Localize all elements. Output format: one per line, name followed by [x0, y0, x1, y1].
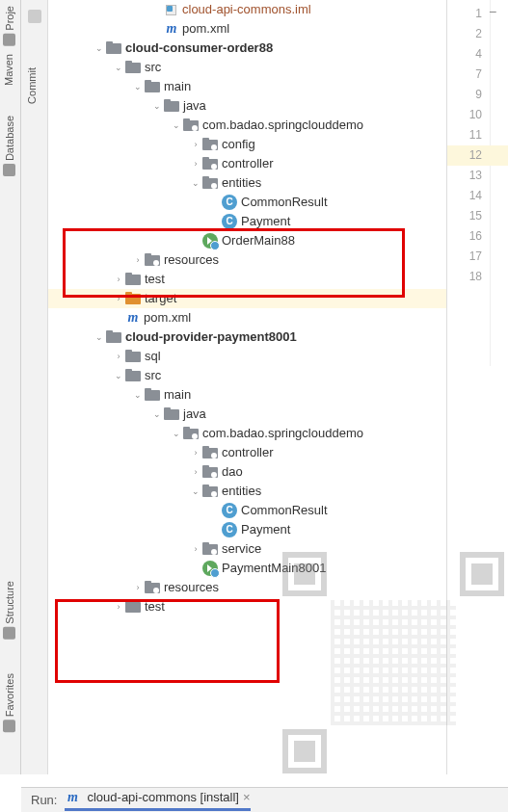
tree-item-label: CommonResult	[241, 501, 328, 520]
tree-row[interactable]: cloud-api-commons.iml	[48, 0, 446, 19]
tree-item-label: cloud-api-commons.iml	[182, 0, 311, 19]
chevron-right-icon[interactable]: ›	[112, 597, 125, 616]
tree-row[interactable]: ›config	[48, 135, 446, 154]
tree-row[interactable]: OrderMain88	[48, 231, 446, 250]
tree-item-label: cloud-provider-payment8001	[125, 327, 297, 347]
maven-icon: m	[65, 790, 80, 805]
run-tab[interactable]: m cloud-api-commons [install] ×	[65, 790, 250, 811]
tree-row[interactable]: ›sql	[48, 347, 446, 366]
chevron-right-icon[interactable]: ›	[112, 347, 125, 366]
class-icon: C	[222, 503, 237, 518]
folder-icon	[125, 600, 141, 614]
tree-item-label: test	[145, 597, 165, 616]
chevron-down-icon[interactable]: ⌄	[150, 405, 164, 424]
chevron-right-icon[interactable]: ›	[189, 154, 202, 173]
chevron-down-icon[interactable]: ⌄	[93, 327, 106, 347]
tree-row[interactable]: ⌄cloud-consumer-order88	[48, 39, 446, 58]
package-icon	[145, 253, 160, 267]
chevron-right-icon[interactable]: ›	[189, 443, 202, 462]
tree-row[interactable]: ›controller	[48, 154, 446, 173]
tree-row[interactable]: ⌄java	[48, 405, 446, 424]
line-number: 11	[447, 125, 482, 145]
tree-item-label: service	[222, 539, 261, 559]
package-icon	[202, 138, 218, 151]
tree-row[interactable]: CPayment	[48, 212, 446, 231]
tree-item-label: resources	[164, 578, 219, 597]
tab-database[interactable]: Database	[3, 116, 15, 176]
tree-row[interactable]: ›target	[48, 289, 446, 308]
chevron-down-icon[interactable]: ⌄	[170, 424, 183, 443]
tree-row[interactable]: ⌄entities	[48, 482, 446, 501]
tree-row[interactable]: ›controller	[48, 443, 446, 462]
tree-row[interactable]: mpom.xml	[48, 308, 446, 327]
tree-row[interactable]: PaymentMain8001	[48, 559, 446, 578]
chevron-down-icon[interactable]: ⌄	[150, 96, 164, 116]
tree-item-label: java	[183, 405, 206, 424]
chevron-down-icon[interactable]: ⌄	[189, 482, 202, 501]
dock-icon[interactable]: −	[489, 4, 504, 19]
tree-row[interactable]: mpom.xml	[48, 19, 446, 39]
folder-icon	[145, 80, 160, 93]
line-number: 7	[447, 65, 482, 85]
tree-row[interactable]: ⌄main	[48, 385, 446, 405]
chevron-right-icon[interactable]: ›	[131, 250, 145, 270]
package-icon	[202, 157, 218, 170]
tree-item-label: target	[145, 289, 176, 308]
tab-favorites[interactable]: Favorites	[3, 673, 15, 732]
runnable-class-icon	[202, 233, 218, 249]
line-number: 12	[447, 145, 508, 166]
tree-row[interactable]: ›test	[48, 270, 446, 289]
tree-item-label: config	[222, 135, 255, 154]
line-number: 10	[447, 105, 482, 125]
tree-row[interactable]: ⌄src	[48, 366, 446, 385]
chevron-right-icon[interactable]: ›	[112, 289, 125, 308]
chevron-down-icon[interactable]: ⌄	[170, 116, 183, 135]
tab-structure[interactable]: Structure	[3, 581, 15, 640]
commit-icon	[28, 10, 41, 23]
tree-item-label: PaymentMain8001	[222, 559, 326, 578]
tree-row[interactable]: ›dao	[48, 462, 446, 482]
tree-row[interactable]: ⌄com.badao.springclouddemo	[48, 424, 446, 443]
tree-row[interactable]: ›test	[48, 597, 446, 616]
chevron-right-icon[interactable]: ›	[112, 270, 125, 289]
chevron-down-icon[interactable]: ⌄	[131, 385, 145, 405]
chevron-right-icon[interactable]: ›	[189, 135, 202, 154]
tree-item-label: Payment	[241, 520, 290, 539]
tree-row[interactable]: CCommonResult	[48, 193, 446, 212]
folder-icon	[145, 388, 160, 402]
tab-maven[interactable]: Maven	[3, 54, 14, 86]
tree-row[interactable]: ⌄cloud-provider-payment8001	[48, 327, 446, 347]
tree-row[interactable]: ›resources	[48, 250, 446, 270]
tree-row[interactable]: CPayment	[48, 520, 446, 539]
tree-row[interactable]: ⌄entities	[48, 173, 446, 193]
maven-icon: m	[164, 21, 179, 37]
chevron-down-icon[interactable]: ⌄	[112, 58, 125, 77]
tree-item-label: OrderMain88	[222, 231, 295, 250]
commit-label[interactable]: Commit	[26, 67, 38, 104]
close-icon[interactable]: ×	[243, 790, 251, 804]
tree-item-label: com.badao.springclouddemo	[202, 116, 363, 135]
tree-item-label: controller	[222, 154, 273, 173]
chevron-down-icon[interactable]: ⌄	[189, 173, 202, 193]
tab-project[interactable]: Proje	[3, 6, 15, 46]
chevron-right-icon[interactable]: ›	[131, 578, 145, 597]
chevron-down-icon[interactable]: ⌄	[112, 366, 125, 385]
tree-row[interactable]: ⌄src	[48, 58, 446, 77]
package-icon	[202, 542, 218, 556]
tree-item-label: entities	[222, 482, 261, 501]
tree-row[interactable]: ⌄java	[48, 96, 446, 116]
module-file-icon	[164, 3, 178, 17]
chevron-down-icon[interactable]: ⌄	[131, 77, 145, 96]
line-number: 13	[447, 166, 482, 186]
tree-row[interactable]: ›resources	[48, 578, 446, 597]
tree-row[interactable]: ⌄com.badao.springclouddemo	[48, 116, 446, 135]
line-number: 2	[447, 24, 482, 44]
project-tree[interactable]: cloud-api-commons.imlmpom.xml⌄cloud-cons…	[48, 0, 446, 774]
chevron-down-icon[interactable]: ⌄	[93, 39, 106, 58]
tree-row[interactable]: ⌄main	[48, 77, 446, 96]
folder-icon	[125, 292, 141, 305]
chevron-right-icon[interactable]: ›	[189, 539, 202, 559]
tree-row[interactable]: CCommonResult	[48, 501, 446, 520]
chevron-right-icon[interactable]: ›	[189, 462, 202, 482]
tree-row[interactable]: ›service	[48, 539, 446, 559]
